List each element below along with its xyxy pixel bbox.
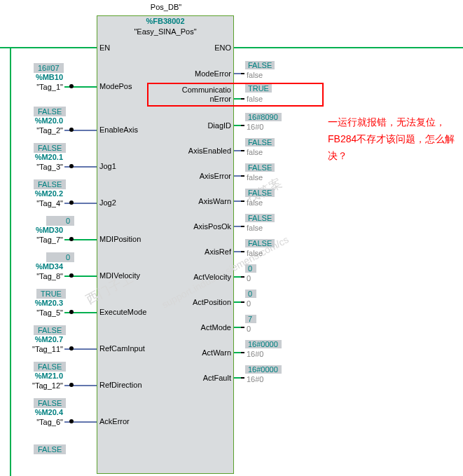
input-dot-6: [69, 310, 74, 314]
input-addr-9: %M20.4: [21, 408, 63, 416]
input-pin-4: MDIPosition: [99, 235, 141, 243]
power-rail-right: [234, 47, 463, 48]
input-dot-5: [69, 273, 74, 278]
output-pin-1b: nError: [163, 95, 231, 103]
input-chip-0: 16#07: [34, 63, 64, 73]
output-chip-2: 16#8090: [245, 113, 282, 121]
input-pin-8: RefDirection: [99, 381, 142, 389]
output-dash-2: [241, 125, 244, 126]
output-pin-6: AxisPosOk: [163, 222, 231, 231]
input-addr-5: %MD34: [21, 262, 63, 271]
output-pin-1a: Communicatio: [148, 86, 231, 94]
output-sub-1: false: [247, 95, 263, 103]
output-pin-11: ActWarn: [163, 348, 231, 357]
output-sub-9: 0: [247, 299, 251, 308]
output-pin-12: ActFault: [163, 374, 231, 382]
input-addr-6: %M20.3: [21, 299, 63, 307]
input-dot-1: [69, 128, 74, 132]
output-pin-9: ActPosition: [163, 298, 231, 306]
input-dot-4: [69, 237, 74, 241]
output-sub-0: false: [247, 71, 263, 79]
input-pin-2: Jog1: [99, 162, 116, 170]
output-dash-12: [241, 377, 244, 379]
output-dash-7: [241, 251, 244, 252]
output-chip-5: FALSE: [245, 189, 275, 197]
input-addr-8: %M21.0: [21, 372, 63, 380]
input-addr-1: %M20.0: [21, 116, 63, 125]
input-pin-0: ModePos: [99, 82, 132, 90]
output-chip-11: 16#0000: [245, 340, 282, 348]
output-chip-6: FALSE: [245, 214, 275, 222]
input-pin-9: AckError: [99, 417, 130, 426]
en-label: EN: [99, 43, 110, 52]
input-pin-1: EnableAxis: [99, 125, 138, 134]
output-sub-4: false: [247, 173, 263, 182]
input-chip-2: FALSE: [34, 143, 66, 153]
output-dash-1: [241, 98, 244, 100]
output-chip-8: 0: [245, 264, 256, 273]
output-pin-3: AxisEnabled: [163, 147, 231, 155]
eno-label: ENO: [214, 43, 231, 52]
output-dash-11: [241, 352, 244, 353]
input-dot-2: [69, 164, 74, 168]
output-sub-8: 0: [247, 274, 251, 283]
function-block-header: %FB38002 "Easy_SINA_Pos": [97, 15, 234, 36]
input-tag-8: "Tag_12": [17, 381, 63, 390]
input-pin-6: ExecuteMode: [99, 308, 146, 316]
output-sub-11: 16#0: [247, 350, 263, 358]
input-pin-5: MDIVelocity: [99, 271, 140, 280]
output-pin-10: ActMode: [163, 323, 231, 332]
output-pin-0: ModeError: [163, 69, 231, 78]
input-tag-9: "Tag_6": [21, 418, 63, 426]
output-dash-0: [241, 73, 244, 74]
output-dash-9: [241, 301, 244, 303]
input-pin-7: RefCamInput: [99, 344, 145, 353]
input-chip-6: TRUE: [36, 289, 66, 299]
fb-type-name: "Easy_SINA_Pos": [97, 27, 234, 37]
input-tag-1: "Tag_2": [21, 126, 63, 135]
output-chip-10: 7: [245, 315, 256, 323]
output-dash-6: [241, 226, 244, 227]
input-tag-2: "Tag_3": [21, 163, 63, 171]
input-chip-extra: FALSE: [34, 444, 66, 454]
output-chip-7: FALSE: [245, 239, 275, 247]
input-pin-3: Jog2: [99, 198, 116, 207]
output-sub-7: false: [247, 249, 263, 257]
output-sub-2: 16#0: [247, 123, 263, 131]
input-addr-4: %MD30: [21, 226, 63, 234]
input-dot-7: [69, 346, 74, 351]
output-dash-4: [241, 175, 244, 177]
output-sub-5: false: [247, 198, 263, 207]
en-eno-row: EN ENO: [99, 43, 231, 52]
input-chip-7: FALSE: [34, 325, 66, 335]
input-tag-5: "Tag_8": [21, 272, 63, 280]
output-dash-10: [241, 327, 244, 328]
input-tag-6: "Tag_5": [21, 308, 63, 317]
input-tag-3: "Tag_4": [21, 199, 63, 208]
input-chip-4: 0: [46, 216, 74, 226]
output-dash-3: [241, 150, 244, 151]
input-dot-0: [69, 84, 74, 88]
output-sub-12: 16#0: [247, 375, 263, 383]
user-annotation-text: 一运行就报错，无法复位，FB284不存才该问题，怎么解决？: [328, 114, 461, 164]
output-chip-0: FALSE: [245, 61, 275, 69]
output-dash-5: [241, 200, 244, 202]
output-chip-12: 16#0000: [245, 365, 282, 374]
input-addr-3: %M20.2: [21, 189, 63, 198]
output-pin-8: ActVelocity: [163, 273, 231, 281]
output-sub-10: 0: [247, 325, 251, 333]
input-tag-4: "Tag_7": [21, 236, 63, 244]
output-pin-7: AxisRef: [163, 247, 231, 256]
output-pin-5: AxisWarn: [163, 197, 231, 205]
input-tag-0: "Tag_1": [21, 83, 63, 91]
input-addr-7: %M20.7: [21, 335, 63, 344]
output-dash-8: [241, 276, 244, 278]
input-chip-5: 0: [46, 252, 74, 262]
power-rail-left: [0, 47, 97, 48]
input-dot-9: [69, 419, 74, 423]
output-sub-3: false: [247, 148, 263, 156]
input-dot-8: [69, 383, 74, 387]
input-addr-0: %MB10: [21, 73, 63, 81]
output-chip-3: FALSE: [245, 138, 275, 147]
input-chip-8: FALSE: [34, 362, 66, 372]
